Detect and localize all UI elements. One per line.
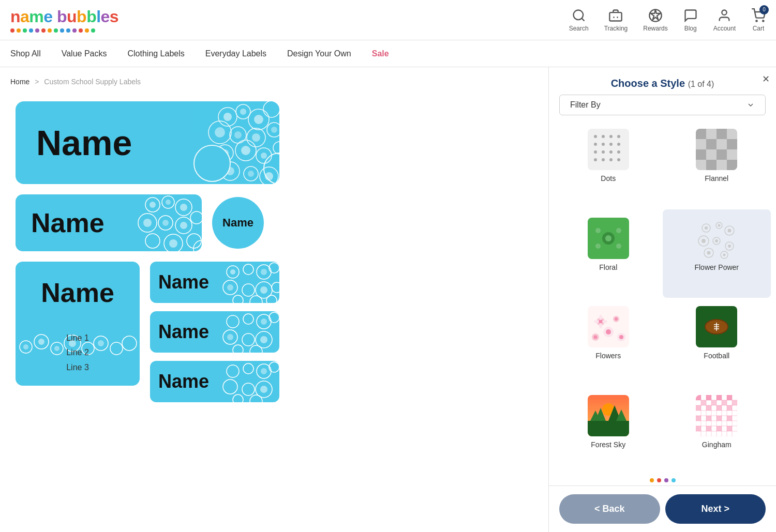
nav-shop-all[interactable]: Shop All [10,49,41,58]
svg-point-142 [705,226,708,230]
label-line2: Line 2 [66,345,89,360]
svg-point-156 [723,253,726,256]
football-pattern [696,306,737,347]
svg-point-28 [273,142,279,154]
svg-point-109 [602,135,605,138]
logo-text[interactable]: name bubbles [10,7,118,26]
svg-point-81 [233,295,243,303]
account-icon [717,8,732,23]
svg-point-55 [193,240,202,251]
style-item-flower-power[interactable]: Flower Power [663,209,771,298]
svg-point-146 [728,229,732,232]
nav-everyday-labels[interactable]: Everyday Labels [205,49,266,58]
svg-point-115 [617,143,620,146]
svg-point-41 [166,200,171,205]
svg-point-117 [602,150,605,154]
svg-point-168 [599,315,602,320]
back-button[interactable]: < Back [559,494,660,524]
tracking-nav-item[interactable]: Tracking [604,8,628,32]
nav-sale[interactable]: Sale [372,49,389,58]
flowers-pattern [588,306,629,347]
dots-pattern [588,129,629,170]
more-dots-indicator [549,475,776,485]
svg-rect-213 [727,395,732,400]
more-dot-4 [671,478,676,482]
svg-point-110 [609,135,613,138]
label-name-small-2: Name [158,321,209,343]
blog-nav-item[interactable]: Blog [683,8,698,32]
style-thumb-flannel [696,129,737,170]
svg-point-59 [38,339,44,345]
label-preview: Name [10,96,538,407]
style-grid: Dots Flannel [549,120,776,475]
svg-point-13 [263,101,279,117]
nav-design-your-own[interactable]: Design Your Own [287,49,351,58]
style-item-flannel[interactable]: Flannel [663,120,771,209]
svg-point-120 [594,158,597,161]
svg-rect-130 [706,160,717,170]
style-label-forest-sky: Forest Sky [591,440,625,449]
svg-point-105 [233,394,243,402]
svg-rect-215 [706,405,711,411]
svg-rect-125 [696,129,706,139]
breadcrumb-home[interactable]: Home [10,78,29,86]
label-medium: Name [16,194,202,251]
svg-point-10 [240,109,246,115]
flower-pattern-sm2 [217,311,279,353]
label-small-1: Name [150,262,279,303]
svg-point-123 [617,158,620,161]
flannel-pattern [696,129,737,170]
svg-point-50 [190,211,202,224]
style-thumb-flowers [588,306,629,347]
style-item-floral[interactable]: Floral [554,209,663,298]
cart-nav-label: Cart [753,25,765,32]
rewards-icon [648,8,663,23]
svg-point-49 [180,222,187,229]
style-item-football[interactable]: Football [663,298,771,387]
close-button[interactable]: ✕ [762,73,770,85]
svg-point-57 [23,344,28,349]
nav-clothing-labels[interactable]: Clothing Labels [127,49,184,58]
svg-rect-216 [717,405,722,411]
style-item-forest-sky[interactable]: Forest Sky [554,387,663,476]
style-item-dots[interactable]: Dots [554,120,663,209]
svg-point-100 [269,362,279,372]
svg-rect-191 [701,400,706,405]
svg-rect-127 [717,129,727,139]
svg-point-19 [252,133,260,142]
svg-rect-214 [696,405,701,411]
account-nav-item[interactable]: Account [713,8,736,32]
cart-nav-item[interactable]: 0 Cart [751,8,766,32]
style-item-flowers[interactable]: Flowers [554,298,663,387]
svg-point-116 [594,150,597,154]
svg-point-138 [595,244,601,249]
svg-rect-225 [727,426,732,431]
svg-point-8 [223,113,232,121]
search-nav-item[interactable]: Search [569,8,589,32]
next-button[interactable]: Next > [665,494,766,524]
svg-point-84 [227,315,239,328]
svg-rect-192 [711,400,717,405]
search-nav-label: Search [569,25,589,32]
filter-row[interactable]: Filter By [559,95,766,115]
tracking-icon [608,8,623,23]
svg-point-12 [254,115,263,124]
chevron-down-icon [747,101,755,109]
blog-icon [683,8,698,23]
rewards-nav-item[interactable]: Rewards [643,8,667,32]
svg-point-0 [573,10,583,20]
filter-label: Filter By [570,100,601,110]
left-panel: Home > Custom School Supply Labels Name [0,67,548,532]
svg-point-119 [617,150,620,154]
style-item-gingham[interactable]: Gingham [663,387,771,476]
style-label-dots: Dots [601,174,616,183]
flower-pattern-large [171,101,279,184]
nav-value-packs[interactable]: Value Packs [62,49,107,58]
breadcrumb-separator: > [35,78,39,86]
choose-style-title: Choose a Style [611,78,685,89]
svg-point-112 [594,143,597,146]
svg-line-1 [581,18,584,21]
svg-point-165 [593,336,597,339]
svg-point-6 [763,20,764,21]
style-label-flowers: Flowers [595,352,621,360]
